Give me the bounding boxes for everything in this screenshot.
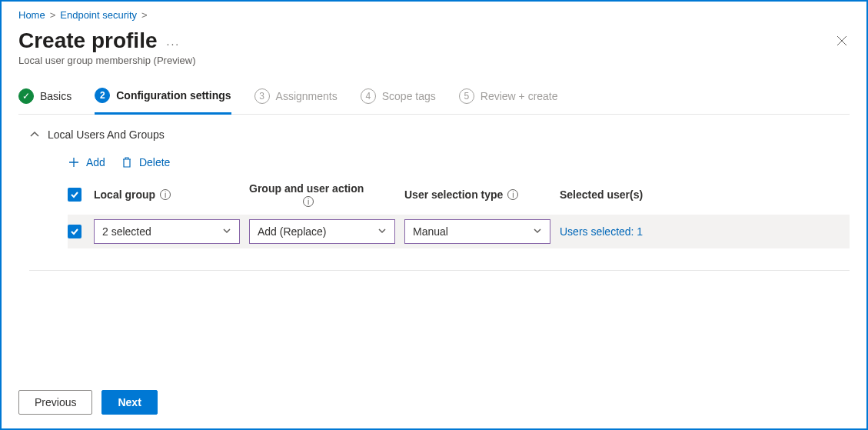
check-icon (70, 227, 79, 236)
step-configuration-settings[interactable]: 2 Configuration settings (95, 88, 231, 115)
previous-button[interactable]: Previous (18, 390, 92, 415)
table-row: 2 selected Add (Replace) (68, 215, 850, 248)
step-assignments[interactable]: 3 Assignments (254, 88, 338, 113)
dropdown-value: Manual (413, 225, 448, 238)
check-circle-icon (18, 88, 34, 104)
column-header-group-user-action: Group and user action (249, 182, 364, 195)
step-number-icon: 3 (254, 88, 270, 104)
add-button[interactable]: Add (68, 156, 105, 168)
user-selection-type-dropdown[interactable]: Manual (404, 219, 550, 244)
chevron-right-icon: > (141, 9, 148, 21)
chevron-down-icon (533, 225, 542, 238)
step-label: Configuration settings (116, 89, 231, 102)
step-label: Assignments (276, 90, 338, 102)
section-toggle-local-users-groups[interactable]: Local Users And Groups (29, 128, 850, 141)
column-header-user-selection-type: User selection type (404, 188, 503, 201)
more-menu[interactable]: ··· (167, 38, 181, 50)
dropdown-value: 2 selected (102, 225, 151, 238)
step-label: Review + create (481, 90, 558, 102)
step-basics[interactable]: Basics (18, 88, 72, 113)
selected-users-link[interactable]: Users selected: 1 (560, 225, 643, 238)
step-review-create[interactable]: 5 Review + create (459, 88, 558, 113)
chevron-up-icon (29, 129, 40, 140)
step-scope-tags[interactable]: 4 Scope tags (361, 88, 436, 113)
add-label: Add (86, 156, 105, 168)
chevron-down-icon (222, 225, 231, 238)
check-icon (70, 190, 79, 199)
breadcrumb-home[interactable]: Home (18, 9, 45, 21)
dropdown-value: Add (Replace) (258, 225, 327, 238)
group-user-action-dropdown[interactable]: Add (Replace) (249, 219, 395, 244)
page-title: Create profile (18, 28, 158, 53)
info-icon[interactable]: i (303, 196, 314, 207)
step-number-icon: 2 (95, 88, 110, 103)
chevron-down-icon (377, 225, 387, 238)
local-group-dropdown[interactable]: 2 selected (94, 219, 240, 244)
close-button[interactable] (834, 33, 850, 48)
step-number-icon: 5 (459, 88, 474, 104)
breadcrumb-endpoint-security[interactable]: Endpoint security (60, 9, 137, 21)
breadcrumb: Home > Endpoint security > (18, 9, 850, 21)
plus-icon (68, 156, 80, 168)
next-button[interactable]: Next (101, 390, 157, 415)
step-label: Scope tags (382, 90, 436, 102)
row-checkbox[interactable] (68, 225, 81, 238)
chevron-right-icon: > (50, 9, 56, 21)
select-all-checkbox[interactable] (68, 188, 81, 202)
delete-button[interactable]: Delete (121, 156, 170, 168)
trash-icon (121, 156, 133, 168)
info-icon[interactable]: i (160, 189, 171, 200)
divider (29, 270, 850, 271)
wizard-steps: Basics 2 Configuration settings 3 Assign… (18, 88, 850, 115)
section-title: Local Users And Groups (48, 128, 165, 141)
page-subtitle: Local user group membership (Preview) (18, 55, 850, 66)
column-header-selected-users: Selected user(s) (560, 188, 643, 201)
delete-label: Delete (139, 156, 170, 168)
info-icon[interactable]: i (507, 189, 518, 200)
step-label: Basics (40, 90, 72, 102)
table-header-row: Local group i Group and user action i Us… (68, 182, 850, 207)
column-header-local-group: Local group (94, 188, 155, 201)
step-number-icon: 4 (361, 88, 376, 104)
close-icon (836, 35, 848, 47)
